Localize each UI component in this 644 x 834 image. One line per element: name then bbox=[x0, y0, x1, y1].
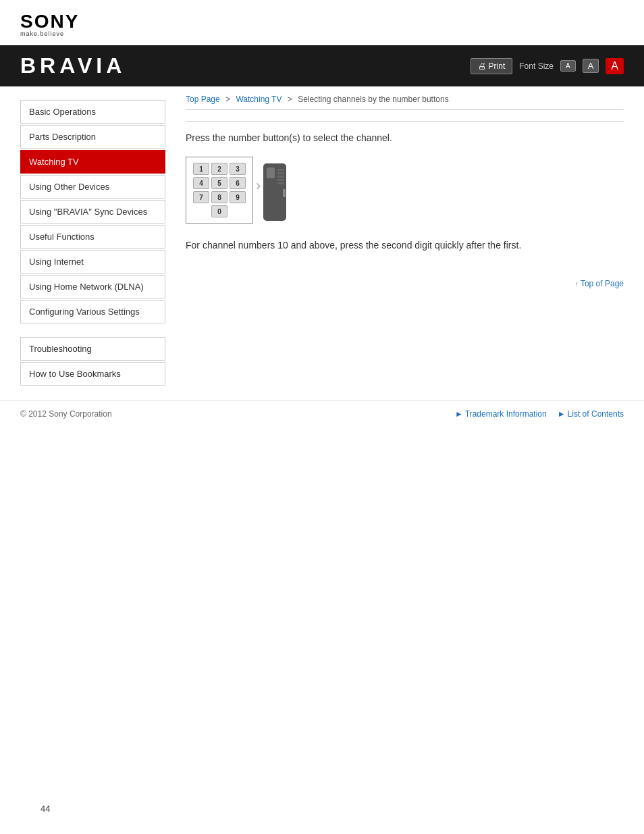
font-size-label: Font Size bbox=[519, 61, 554, 71]
print-label: Print bbox=[489, 61, 506, 71]
numpad-btn-2: 2 bbox=[211, 163, 227, 175]
numpad-btn-9: 9 bbox=[230, 191, 246, 203]
breadcrumb-current: Selecting channels by the number buttons bbox=[298, 95, 448, 104]
footer: © 2012 Sony Corporation ► Trademark Info… bbox=[0, 400, 644, 427]
header-controls: 🖨 Print Font Size A A A bbox=[471, 58, 624, 74]
page-number: 44 bbox=[41, 804, 50, 814]
sony-logo: SONY make.believe bbox=[20, 12, 624, 37]
page-description: Press the number button(s) to select the… bbox=[186, 132, 624, 143]
numpad-btn-1: 1 bbox=[193, 163, 209, 175]
sidebar-item-home-network[interactable]: Using Home Network (DLNA) bbox=[20, 275, 165, 298]
top-of-page-label: Top of Page bbox=[581, 279, 624, 288]
remote-control bbox=[263, 163, 286, 221]
breadcrumb-watching-tv[interactable]: Watching TV bbox=[236, 95, 281, 104]
sidebar-item-using-internet[interactable]: Using Internet bbox=[20, 250, 165, 273]
arrow-icon: › bbox=[256, 177, 261, 194]
numpad-btn-3: 3 bbox=[230, 163, 246, 175]
bravia-title: BRAVIA bbox=[20, 53, 126, 78]
print-button[interactable]: 🖨 Print bbox=[471, 58, 513, 74]
font-small-button[interactable]: A bbox=[560, 60, 576, 72]
list-of-contents-link[interactable]: ► List of Contents bbox=[558, 409, 624, 419]
remote-strip-4 bbox=[277, 179, 284, 181]
top-arrow-icon: ↑ bbox=[575, 280, 581, 288]
remote-strip-5 bbox=[277, 182, 284, 184]
remote-side-indicator bbox=[283, 189, 286, 197]
numpad-box: 1 2 3 4 5 6 7 8 9 0 bbox=[186, 157, 253, 224]
breadcrumb-sep2: > bbox=[288, 95, 292, 104]
top-of-page-link[interactable]: ↑ Top of Page bbox=[575, 279, 624, 288]
font-large-button[interactable]: A bbox=[606, 58, 624, 74]
remote-strip-3 bbox=[277, 176, 284, 178]
trademark-arrow-icon: ► bbox=[455, 409, 463, 419]
remote-body bbox=[263, 163, 286, 221]
footer-links: ► Trademark Information ► List of Conten… bbox=[455, 409, 624, 419]
numpad-0-row: 0 bbox=[193, 205, 246, 217]
remote-screen bbox=[267, 167, 275, 178]
breadcrumb: Top Page > Watching TV > Selecting chann… bbox=[186, 86, 624, 109]
numpad-btn-6: 6 bbox=[230, 177, 246, 189]
sidebar-item-bookmarks[interactable]: How to Use Bookmarks bbox=[20, 362, 165, 386]
numpad-btn-4: 4 bbox=[193, 177, 209, 189]
content-area: Top Page > Watching TV > Selecting chann… bbox=[165, 86, 644, 400]
list-of-contents-arrow-icon: ► bbox=[558, 409, 566, 419]
main-layout: Basic Operations Parts Description Watch… bbox=[0, 86, 644, 400]
remote-strip-1 bbox=[277, 169, 284, 171]
sidebar-item-troubleshooting[interactable]: Troubleshooting bbox=[20, 337, 165, 361]
second-divider bbox=[186, 121, 624, 122]
logo-area: SONY make.believe bbox=[0, 0, 644, 45]
top-of-page-area: ↑ Top of Page bbox=[186, 278, 624, 288]
sidebar: Basic Operations Parts Description Watch… bbox=[0, 86, 165, 400]
remote-button-strips bbox=[277, 169, 284, 184]
sony-tagline: make.believe bbox=[20, 31, 624, 37]
sidebar-item-watching-tv[interactable]: Watching TV bbox=[20, 150, 165, 174]
numpad-btn-0: 0 bbox=[211, 205, 227, 217]
channel-note: For channel numbers 10 and above, press … bbox=[186, 240, 624, 251]
top-divider bbox=[186, 109, 624, 110]
sidebar-item-bravia-sync[interactable]: Using "BRAVIA" Sync Devices bbox=[20, 200, 165, 224]
list-of-contents-label: List of Contents bbox=[568, 409, 624, 419]
sony-brand: SONY bbox=[20, 12, 624, 31]
remote-strip-2 bbox=[277, 172, 284, 174]
breadcrumb-top-page[interactable]: Top Page bbox=[186, 95, 220, 104]
sidebar-item-parts-description[interactable]: Parts Description bbox=[20, 125, 165, 149]
numpad-btn-5: 5 bbox=[211, 177, 227, 189]
trademark-label: Trademark Information bbox=[465, 409, 547, 419]
breadcrumb-sep1: > bbox=[225, 95, 230, 104]
numpad-btn-7: 7 bbox=[193, 191, 209, 203]
numpad-grid: 1 2 3 4 5 6 7 8 9 bbox=[193, 163, 246, 203]
font-medium-button[interactable]: A bbox=[583, 59, 599, 73]
numpad-btn-8: 8 bbox=[211, 191, 227, 203]
sidebar-item-basic-operations[interactable]: Basic Operations bbox=[20, 100, 165, 124]
sidebar-item-using-other-devices[interactable]: Using Other Devices bbox=[20, 175, 165, 199]
illustration-area: 1 2 3 4 5 6 7 8 9 0 › bbox=[186, 157, 624, 224]
trademark-link[interactable]: ► Trademark Information bbox=[455, 409, 547, 419]
copyright: © 2012 Sony Corporation bbox=[20, 409, 112, 419]
print-icon: 🖨 bbox=[478, 61, 486, 71]
sidebar-item-useful-functions[interactable]: Useful Functions bbox=[20, 225, 165, 249]
sidebar-item-configuring-settings[interactable]: Configuring Various Settings bbox=[20, 300, 165, 323]
header-bar: BRAVIA 🖨 Print Font Size A A A bbox=[0, 45, 644, 86]
